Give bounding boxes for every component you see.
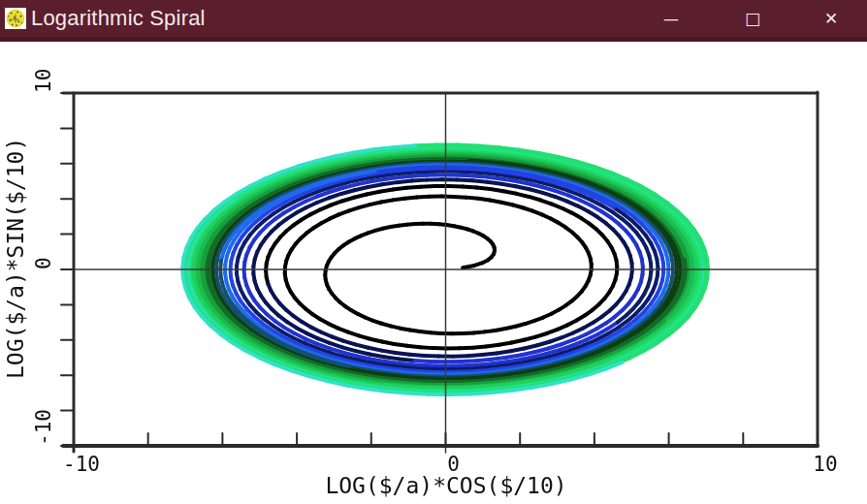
x-tick-label: -10 <box>63 453 100 476</box>
y-tick-label: 0 <box>32 257 55 269</box>
y-axis-label: LOG($/a)*SIN($/10) <box>3 138 28 379</box>
spiral-plot-canvas <box>0 42 867 504</box>
window-title: Logarithmic Spiral <box>31 6 206 31</box>
close-button[interactable]: ✕ <box>807 0 855 37</box>
x-tick-label: 10 <box>813 453 837 476</box>
spiral-app-icon <box>5 8 26 29</box>
app-icon <box>5 8 26 29</box>
x-axis-label: LOG($/a)*COS($/10) <box>325 473 566 498</box>
y-tick-label: -10 <box>32 409 55 446</box>
plot-area: -10 0 10 10 0 -10 LOG($/a)*COS($/10) LOG… <box>0 42 867 504</box>
titlebar[interactable]: Logarithmic Spiral — □ ✕ <box>0 0 867 42</box>
y-tick-label: 10 <box>32 69 55 93</box>
maximize-button[interactable]: □ <box>728 0 777 37</box>
minimize-button[interactable]: — <box>647 0 695 37</box>
